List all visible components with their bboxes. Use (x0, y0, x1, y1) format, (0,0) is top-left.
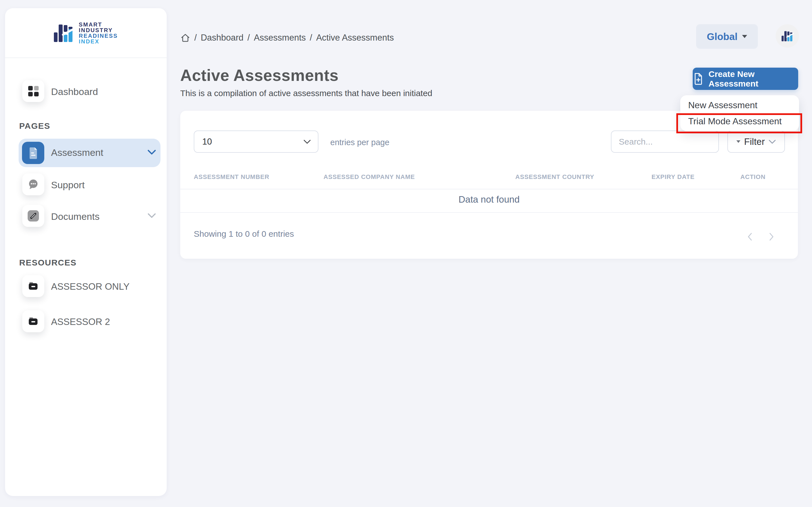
menu-item-new-assessment[interactable]: New Assessment (680, 97, 799, 113)
empty-state-text: Data not found (180, 194, 798, 205)
column-header-action: ACTION (740, 173, 765, 181)
brand-line: INDEX (79, 39, 118, 44)
support-icon (22, 173, 44, 195)
divider (180, 212, 798, 213)
sidebar-section-resources: RESOURCES (19, 258, 77, 268)
chevron-down-icon (769, 139, 776, 144)
sidebar-item-label: Documents (51, 211, 100, 222)
breadcrumb-separator: / (247, 33, 250, 43)
create-new-assessment-label: Create New Assessment (709, 69, 798, 89)
column-header-assessment-number: ASSESSMENT NUMBER (194, 173, 269, 181)
pagination-next-button[interactable] (764, 229, 779, 245)
file-plus-icon (693, 73, 704, 85)
sidebar-item-label: ASSESSOR ONLY (51, 281, 130, 292)
sidebar: SMART INDUSTRY READINESS INDEX Dashboard… (5, 8, 167, 496)
table-header-row: ASSESSMENT NUMBER ASSESSED COMPANY NAME … (180, 173, 798, 185)
breadcrumb-active-assessments[interactable]: Active Assessments (316, 33, 394, 43)
breadcrumb-assessments[interactable]: Assessments (254, 33, 306, 43)
brand-logo-icon (54, 23, 74, 43)
entries-summary: Showing 1 to 0 of 0 entries (194, 229, 294, 239)
entries-per-page-select[interactable]: 10 (194, 130, 318, 153)
entries-per-page-label: entries per page (330, 138, 390, 147)
dashboard-icon (22, 80, 44, 102)
chevron-down-icon (148, 149, 156, 155)
brand-line: SMART (79, 22, 118, 27)
chevron-left-icon (747, 232, 752, 241)
create-assessment-menu: New Assessment Trial Mode Assessment (680, 95, 799, 131)
sidebar-section-pages: PAGES (19, 121, 50, 131)
breadcrumb-separator: / (310, 33, 312, 43)
avatar-logo-icon (781, 31, 794, 42)
sidebar-item-label: ASSESSOR 2 (51, 317, 110, 327)
sidebar-item-label: Dashboard (51, 86, 98, 97)
documents-icon (22, 205, 44, 227)
region-selector-label: Global (707, 31, 738, 42)
column-header-assessment-country: ASSESSMENT COUNTRY (515, 173, 594, 181)
region-selector-button[interactable]: Global (696, 24, 758, 49)
breadcrumb: / Dashboard / Assessments / Active Asses… (180, 32, 394, 44)
home-icon[interactable] (180, 33, 190, 43)
column-header-assessed-company-name: ASSESSED COMPANY NAME (323, 173, 415, 181)
menu-item-trial-mode-assessment[interactable]: Trial Mode Assessment (680, 113, 799, 129)
pagination-prev-button[interactable] (742, 229, 758, 245)
avatar[interactable] (776, 24, 799, 48)
brand-logo: SMART INDUSTRY READINESS INDEX (5, 8, 167, 58)
brand-line: READINESS (79, 33, 118, 39)
column-header-expiry-date: EXPIRY DATE (652, 173, 695, 181)
search-box (611, 130, 719, 153)
brand-line: INDUSTRY (79, 27, 118, 33)
page-subtitle: This is a compilation of active assessme… (180, 89, 433, 98)
chevron-down-icon (303, 139, 311, 144)
entries-per-page-value: 10 (202, 137, 212, 147)
divider (180, 189, 798, 189)
brand-logo-text: SMART INDUSTRY READINESS INDEX (79, 22, 118, 44)
folder-icon (22, 310, 44, 332)
chevron-right-icon (769, 232, 774, 241)
app-window: SMART INDUSTRY READINESS INDEX Dashboard… (0, 0, 812, 507)
caret-down-icon (742, 35, 747, 38)
sidebar-item-label: Assessment (51, 147, 103, 158)
folder-icon (22, 275, 44, 297)
filter-label: Filter (744, 136, 765, 147)
assessments-table-card: 10 entries per page Filter ASSESSMENT NU… (180, 111, 798, 259)
filter-button[interactable]: Filter (727, 130, 785, 153)
page-title: Active Assessments (180, 66, 339, 84)
breadcrumb-dashboard[interactable]: Dashboard (201, 33, 244, 43)
chevron-down-icon (148, 213, 156, 218)
sidebar-item-label: Support (51, 179, 85, 190)
breadcrumb-separator: / (194, 33, 197, 43)
caret-down-icon (737, 140, 740, 143)
search-input[interactable] (611, 131, 718, 152)
assessment-icon (22, 142, 44, 164)
create-new-assessment-button[interactable]: Create New Assessment (693, 68, 798, 90)
